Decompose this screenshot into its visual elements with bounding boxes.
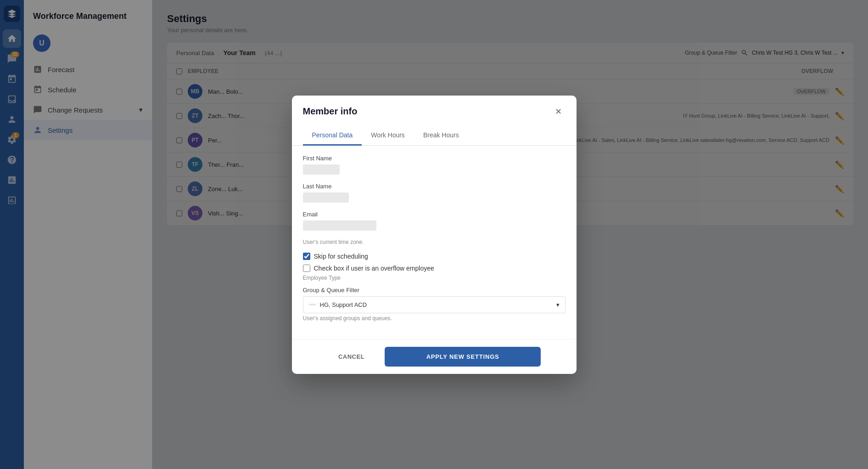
- overflow-item: Check box if user is an overflow employe…: [303, 265, 566, 272]
- form-group-email: Email: [303, 211, 566, 231]
- modal-title: Member info: [303, 106, 358, 117]
- tab-break-hours[interactable]: Break Hours: [414, 126, 468, 146]
- skip-scheduling-checkbox[interactable]: [303, 253, 310, 260]
- email-input-blurred: [303, 220, 376, 231]
- last-name-input-blurred: [303, 192, 349, 203]
- first-name-input-blurred: [303, 164, 340, 175]
- member-info-modal: Member info ✕ Personal Data Work Hours B…: [292, 96, 577, 374]
- overflow-checkbox[interactable]: [303, 265, 310, 272]
- skip-scheduling-label: Skip for scheduling: [314, 253, 368, 260]
- checkbox-group: Skip for scheduling Check box if user is…: [303, 253, 566, 272]
- timezone-hint: User's current time zone.: [303, 239, 566, 245]
- dropdown-text: HG, Support ACD: [320, 301, 367, 308]
- form-group-group-queue: Group & Queue Filter HG, Support ACD ▾ U…: [303, 287, 566, 322]
- cancel-button[interactable]: CANCEL: [327, 349, 375, 365]
- tab-personal-data[interactable]: Personal Data: [303, 126, 362, 146]
- dropdown-value: HG, Support ACD: [309, 301, 367, 308]
- modal-body: First Name Last Name Email User's curren…: [292, 146, 577, 339]
- modal-overlay[interactable]: Member info ✕ Personal Data Work Hours B…: [0, 0, 868, 469]
- skip-scheduling-item: Skip for scheduling: [303, 253, 566, 260]
- modal-footer: CANCEL APPLY NEW SETTINGS: [292, 339, 577, 374]
- email-label: Email: [303, 211, 566, 218]
- last-name-label: Last Name: [303, 183, 566, 190]
- group-queue-label: Group & Queue Filter: [303, 287, 566, 294]
- group-queue-hint: User's assigned groups and queues.: [303, 315, 566, 322]
- dropdown-chevron: ▾: [556, 301, 560, 308]
- modal-header: Member info ✕: [292, 96, 577, 119]
- group-queue-dropdown[interactable]: HG, Support ACD ▾: [303, 296, 566, 313]
- modal-tabs: Personal Data Work Hours Break Hours: [292, 126, 577, 146]
- overflow-label: Check box if user is an overflow employe…: [314, 265, 434, 272]
- tab-work-hours[interactable]: Work Hours: [362, 126, 414, 146]
- apply-button[interactable]: APPLY NEW SETTINGS: [385, 347, 541, 367]
- form-group-last-name: Last Name: [303, 183, 566, 203]
- dropdown-pill: [309, 304, 316, 305]
- modal-close-button[interactable]: ✕: [552, 105, 566, 119]
- form-group-first-name: First Name: [303, 155, 566, 175]
- employee-type-label: Employee Type: [303, 275, 566, 281]
- first-name-label: First Name: [303, 155, 566, 162]
